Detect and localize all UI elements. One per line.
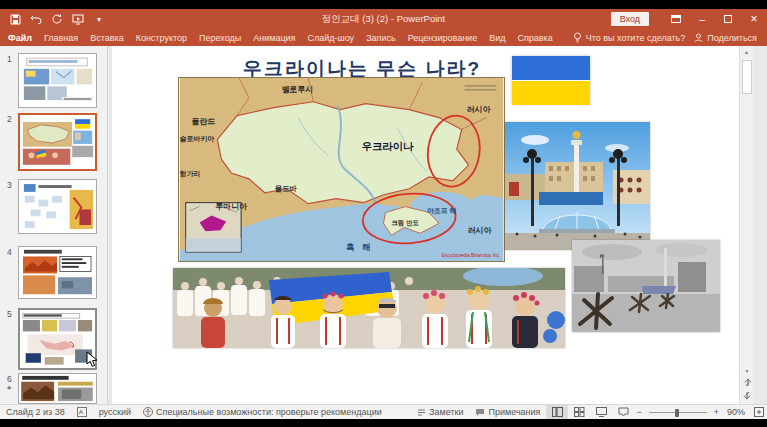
map-label-romania: 루마니아: [215, 202, 248, 211]
redo-icon[interactable]: [51, 13, 63, 25]
zoom-out-button[interactable]: −: [634, 407, 643, 417]
map-label-poland: 폴란드: [192, 117, 216, 126]
restore-button[interactable]: [715, 9, 741, 29]
tab-review[interactable]: Рецензирование: [402, 33, 484, 43]
map-label-hungary: 헝가리: [180, 170, 201, 178]
map-label-black-sea: 흑 해: [346, 242, 374, 252]
status-bar: Слайд 2 из 38 русский Специальные возмож…: [0, 404, 767, 419]
map-label-ukraine: 우크라이나: [362, 141, 415, 152]
thumb-number-2: 2: [7, 114, 12, 124]
thumb-number-5: 5: [7, 309, 12, 319]
thumb-number-6: 6: [7, 374, 12, 384]
quick-access-toolbar: ▾: [0, 13, 105, 25]
animation-star-icon: ★: [6, 384, 12, 392]
tab-transitions[interactable]: Переходы: [193, 33, 247, 43]
save-icon[interactable]: [9, 13, 21, 25]
thumb-number-3: 3: [7, 180, 12, 190]
flag-yellow-stripe: [512, 81, 590, 105]
tab-slideshow[interactable]: Слайд-шоу: [301, 33, 360, 43]
ukraine-map-image[interactable]: 벨로루시 러시아 폴란드 슬로바키아 헝가리 루마니아 몰도바 우크라이나 러시…: [178, 77, 505, 262]
flag-blue-stripe: [512, 56, 590, 80]
slide-canvas[interactable]: 우크라이나는 무슨 나라?: [112, 46, 744, 404]
vertical-scrollbar[interactable]: ▲ ▼: [739, 46, 753, 404]
tell-me-search[interactable]: Что вы хотите сделать?: [573, 32, 686, 43]
customize-qat-icon[interactable]: ▾: [93, 13, 105, 25]
slide-thumbnail-panel: 1 2 3 4 5 6 ★: [0, 46, 108, 404]
main-area: 1 2 3 4 5 6 ★: [0, 46, 767, 404]
notes-icon: [417, 408, 426, 417]
person-icon: [694, 33, 703, 43]
accessibility-icon: [143, 407, 153, 417]
share-button[interactable]: Поделиться: [694, 33, 757, 43]
top-letterbox: [0, 0, 767, 9]
powerpoint-window: ▾ 정인교대 (3) (2) - PowerPoint Вход – × Фай…: [0, 0, 767, 427]
slide-editor-area: 우크라이나는 무슨 나라?: [109, 46, 753, 404]
notes-button[interactable]: Заметки: [411, 407, 469, 417]
map-label-crimea: 크림 반도: [392, 219, 420, 227]
minimize-button[interactable]: –: [689, 9, 715, 29]
folk-parade-photo[interactable]: [173, 268, 565, 348]
slide-thumbnail-3[interactable]: [18, 179, 97, 234]
sign-in-button[interactable]: Вход: [611, 12, 649, 26]
undo-icon[interactable]: [30, 13, 42, 25]
map-label-moldova: 몰도바: [275, 184, 298, 193]
next-slide-button[interactable]: [740, 391, 754, 404]
scroll-down-icon[interactable]: ▼: [740, 365, 754, 378]
normal-view-button[interactable]: [546, 405, 568, 420]
maidan-square-photo[interactable]: [505, 122, 650, 250]
slide-thumbnail-1[interactable]: [18, 53, 97, 108]
slide-thumbnail-2-selected[interactable]: [18, 113, 97, 171]
map-credit: Encyclopædia Britannica, Inc.: [442, 253, 500, 258]
tab-record[interactable]: Запись: [360, 33, 402, 43]
fit-slide-to-window-button[interactable]: [751, 405, 767, 420]
map-label-slovakia: 슬로바키아: [180, 135, 215, 143]
slide-counter[interactable]: Слайд 2 из 38: [0, 407, 71, 417]
scrollbar-thumb[interactable]: [742, 60, 752, 94]
previous-slide-button[interactable]: [740, 378, 754, 391]
thumb-number-1: 1: [7, 54, 12, 64]
zoom-slider-thumb[interactable]: [675, 409, 679, 417]
slide-thumbnail-4[interactable]: [18, 246, 97, 299]
ukraine-flag-image[interactable]: [512, 56, 590, 104]
scroll-up-icon[interactable]: ▲: [740, 46, 753, 58]
accessibility-label: Специальные возможности: проверьте реком…: [156, 407, 382, 417]
tab-help[interactable]: Справка: [511, 33, 558, 43]
zoom-slider[interactable]: [649, 412, 707, 413]
map-label-belarus: 벨로루시: [282, 85, 314, 94]
accessibility-checker[interactable]: Специальные возможности: проверьте реком…: [137, 407, 388, 417]
zoom-in-button[interactable]: +: [712, 407, 721, 417]
comments-icon: [475, 408, 485, 417]
share-label: Поделиться: [707, 33, 757, 43]
zoom-level[interactable]: 90%: [721, 407, 751, 417]
tab-insert[interactable]: Вставка: [84, 33, 129, 43]
tab-home[interactable]: Главная: [38, 33, 84, 43]
slide-thumbnail-6[interactable]: [18, 373, 97, 404]
notes-label: Заметки: [429, 407, 463, 417]
mouse-cursor: [86, 351, 99, 368]
reading-view-button[interactable]: [590, 405, 612, 420]
tab-design[interactable]: Конструктор: [130, 33, 193, 43]
language-indicator[interactable]: русский: [93, 407, 137, 417]
tab-view[interactable]: Вид: [483, 33, 511, 43]
spellcheck-icon[interactable]: [71, 407, 93, 417]
tab-animations[interactable]: Анимация: [247, 33, 301, 43]
ribbon-tab-bar: Файл Главная Вставка Конструктор Переход…: [0, 29, 767, 46]
map-label-azov-sea: 아조프 해: [427, 207, 457, 215]
slideshow-view-button[interactable]: [612, 405, 634, 420]
lightbulb-icon: [573, 32, 582, 43]
ribbon-display-options-icon[interactable]: [663, 9, 689, 29]
map-label-russia-se: 러시아: [468, 226, 493, 235]
close-button[interactable]: ×: [741, 9, 767, 29]
comments-label: Примечания: [488, 407, 540, 417]
bottom-letterbox: [0, 419, 767, 427]
start-slideshow-icon[interactable]: [72, 13, 84, 25]
tell-me-label: Что вы хотите сделать?: [586, 33, 686, 43]
wartime-barricades-photo[interactable]: [572, 240, 720, 332]
slide-sorter-view-button[interactable]: [568, 405, 590, 420]
tab-file[interactable]: Файл: [2, 33, 38, 43]
thumb-number-4: 4: [7, 247, 12, 257]
comments-button[interactable]: Примечания: [469, 407, 546, 417]
title-bar: ▾ 정인교대 (3) (2) - PowerPoint Вход – ×: [0, 9, 767, 29]
map-label-russia-ne: 러시아: [467, 105, 492, 114]
